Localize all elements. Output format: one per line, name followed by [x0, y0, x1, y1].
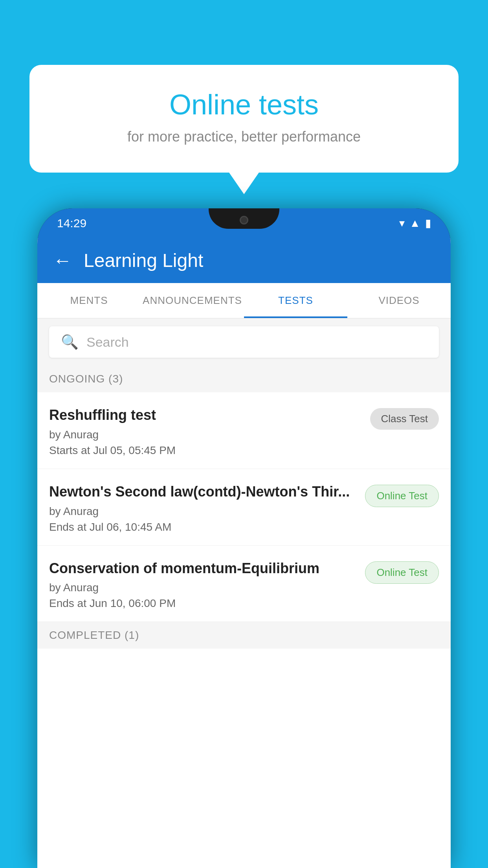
speech-bubble: Online tests for more practice, better p…: [29, 65, 459, 173]
test-info-3: Conservation of momentum-Equilibrium by …: [49, 559, 357, 610]
test-by-3: by Anurag: [49, 581, 357, 594]
app-bar-title: Learning Light: [84, 250, 203, 271]
test-info-2: Newton's Second law(contd)-Newton's Thir…: [49, 483, 357, 533]
wifi-icon: ▾: [399, 217, 405, 230]
tab-announcements[interactable]: ANNOUNCEMENTS: [141, 283, 244, 318]
app-bar: ← Learning Light: [37, 238, 451, 283]
ongoing-section-header: ONGOING (3): [37, 366, 451, 392]
test-title-2: Newton's Second law(contd)-Newton's Thir…: [49, 483, 357, 501]
test-info-1: Reshuffling test by Anurag Starts at Jul…: [49, 406, 362, 457]
tab-videos[interactable]: VIDEOS: [347, 283, 451, 318]
tab-ments[interactable]: MENTS: [37, 283, 141, 318]
phone-screen: ← Learning Light MENTS ANNOUNCEMENTS TES…: [37, 238, 451, 868]
status-bar: 14:29 ▾ ▲ ▮: [37, 208, 451, 238]
status-icons: ▾ ▲ ▮: [399, 217, 431, 230]
completed-section-header: COMPLETED (1): [37, 622, 451, 649]
test-badge-2: Online Test: [365, 485, 439, 507]
tab-tests[interactable]: TESTS: [244, 283, 347, 318]
search-container: 🔍 Search: [37, 318, 451, 366]
test-time-1: Starts at Jul 05, 05:45 PM: [49, 444, 362, 457]
search-icon: 🔍: [61, 334, 79, 350]
test-item-3[interactable]: Conservation of momentum-Equilibrium by …: [37, 546, 451, 622]
speech-bubble-subtitle: for more practice, better performance: [61, 129, 427, 145]
completed-header-text: COMPLETED (1): [49, 629, 139, 641]
test-badge-3: Online Test: [365, 561, 439, 584]
test-item-2[interactable]: Newton's Second law(contd)-Newton's Thir…: [37, 469, 451, 546]
search-bar[interactable]: 🔍 Search: [49, 326, 439, 358]
test-badge-1: Class Test: [370, 408, 439, 430]
test-time-3: Ends at Jun 10, 06:00 PM: [49, 597, 357, 610]
test-by-1: by Anurag: [49, 428, 362, 441]
test-time-2: Ends at Jul 06, 10:45 AM: [49, 521, 357, 533]
test-by-2: by Anurag: [49, 505, 357, 518]
status-time: 14:29: [57, 217, 86, 230]
ongoing-header-text: ONGOING (3): [49, 373, 123, 385]
test-title-1: Reshuffling test: [49, 406, 362, 425]
signal-icon: ▲: [409, 217, 420, 230]
search-placeholder: Search: [86, 335, 129, 350]
phone-frame: 14:29 ▾ ▲ ▮ ← Learning Light MENTS ANNOU…: [37, 208, 451, 868]
camera-dot: [240, 216, 248, 224]
test-item-1[interactable]: Reshuffling test by Anurag Starts at Jul…: [37, 392, 451, 469]
battery-icon: ▮: [425, 217, 431, 230]
notch: [209, 208, 279, 229]
speech-bubble-title: Online tests: [61, 88, 427, 121]
back-button[interactable]: ←: [53, 250, 72, 271]
test-list: Reshuffling test by Anurag Starts at Jul…: [37, 392, 451, 622]
test-title-3: Conservation of momentum-Equilibrium: [49, 559, 357, 578]
tabs: MENTS ANNOUNCEMENTS TESTS VIDEOS: [37, 283, 451, 318]
